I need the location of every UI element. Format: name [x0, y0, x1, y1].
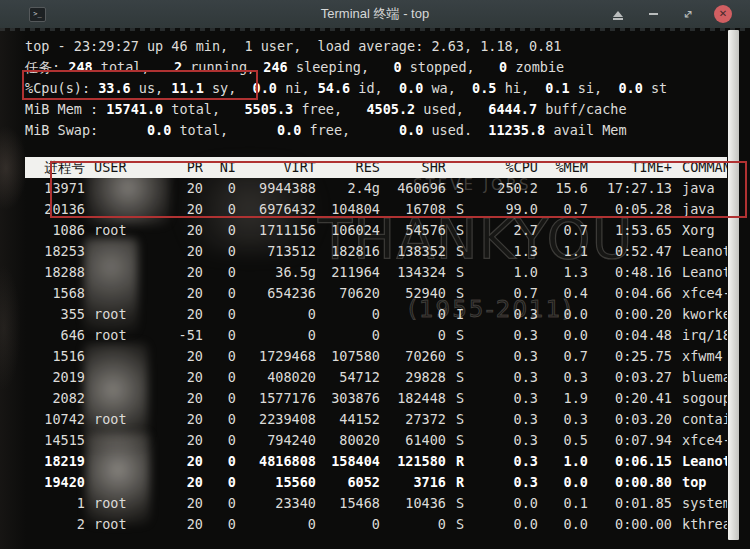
process-row: 1086root200171115610602454576S2.70.71:53… — [25, 220, 727, 241]
window-controls: ↔ ✕ — [609, 0, 732, 28]
process-row: 145152007942408002061400S0.30.50:07.94xf… — [25, 430, 727, 451]
process-row: 355root200000I0.30.00:00.20kworker+ — [25, 304, 727, 325]
summary-line: %Cpu(s): 33.6 us, 11.1 sy, 0.0 ni, 54.6 … — [25, 78, 727, 99]
resize-icon: ↔ — [679, 5, 696, 22]
process-row: 194202001556060523716R0.30.00:00.80top — [25, 472, 727, 493]
minimize-button[interactable] — [644, 5, 662, 23]
process-row: 1root200233401546810436S0.00.10:01.85sys… — [25, 493, 727, 514]
process-row: 10742root20022394084415227372S0.30.30:03… — [25, 409, 727, 430]
summary-line: top - 23:29:27 up 46 min, 1 user, load a… — [25, 36, 727, 57]
process-table-header: 进程号USERPRNIVIRTRESSHR%CPU%MEMTIME+COMMAN… — [25, 157, 727, 178]
summary-line: 任务: 248 total, 2 running, 246 sleeping, … — [25, 57, 727, 78]
top-output: top - 23:29:27 up 46 min, 1 user, load a… — [0, 28, 727, 535]
process-row: 2root200000S0.00.00:00.00kthreadd — [25, 514, 727, 535]
process-table: 进程号USERPRNIVIRTRESSHR%CPU%MEMTIME+COMMAN… — [25, 157, 727, 535]
titlebar[interactable]: >_ Terminal 终端 - top ↔ ✕ — [0, 0, 750, 28]
process-row: 20192004080205471229828S0.30.30:03.27blu… — [25, 367, 727, 388]
process-row: 20136200697643210480416708S99.00.70:05.2… — [25, 199, 727, 220]
shade-button[interactable] — [609, 5, 627, 23]
process-row: 646root-510000S0.30.00:04.48irq/184+ — [25, 325, 727, 346]
minimize-icon — [649, 13, 658, 15]
process-row: 1397120099443882.4g460696S250.215.617:27… — [25, 178, 727, 199]
screen: >_ Terminal 终端 - top ↔ ✕ STEVE JOBS THAN… — [0, 0, 750, 549]
process-row: 15682006542367062052940S0.70.40:04.66xfc… — [25, 283, 727, 304]
process-row: 1828820036.5g211964134324S1.01.30:48.16L… — [25, 262, 727, 283]
scrollbar[interactable] — [728, 30, 739, 540]
process-row: 182192004816808158404121580R0.31.00:06.1… — [25, 451, 727, 472]
terminal-body[interactable]: STEVE JOBS THANKYOU (1955-2011) top - 23… — [0, 28, 750, 549]
shade-icon-bar — [613, 18, 623, 20]
summary-line: MiB Swap: 0.0 total, 0.0 free, 0.0 used.… — [25, 120, 727, 141]
process-row: 20822001577176303876182448S0.31.90:20.41… — [25, 388, 727, 409]
process-row: 18253200713512182816138352S1.31.10:52.47… — [25, 241, 727, 262]
shade-icon — [613, 11, 623, 17]
resize-button[interactable]: ↔ — [679, 5, 697, 23]
close-button[interactable]: ✕ — [714, 5, 732, 23]
top-summary: top - 23:29:27 up 46 min, 1 user, load a… — [25, 36, 727, 141]
close-icon: ✕ — [714, 5, 732, 23]
summary-line: MiB Mem : 15741.0 total, 5505.3 free, 45… — [25, 99, 727, 120]
process-row: 1516200172946810758070260S0.30.70:25.75x… — [25, 346, 727, 367]
blank-line — [25, 141, 727, 157]
